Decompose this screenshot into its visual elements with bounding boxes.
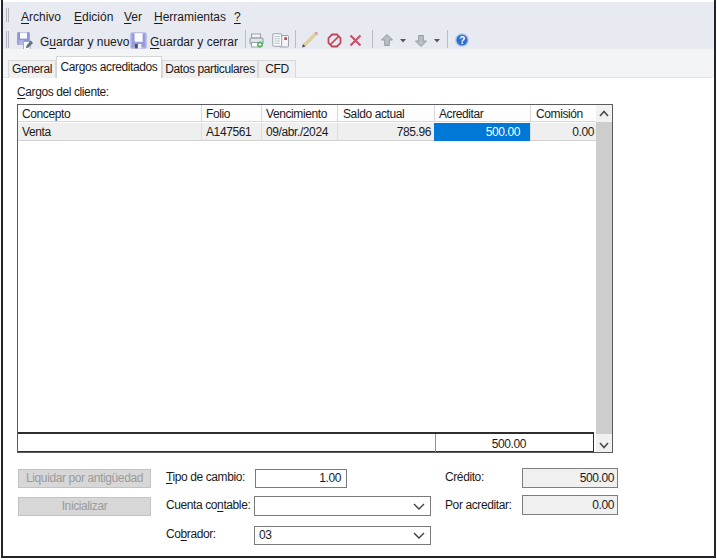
svg-text:?: ? xyxy=(459,35,465,46)
